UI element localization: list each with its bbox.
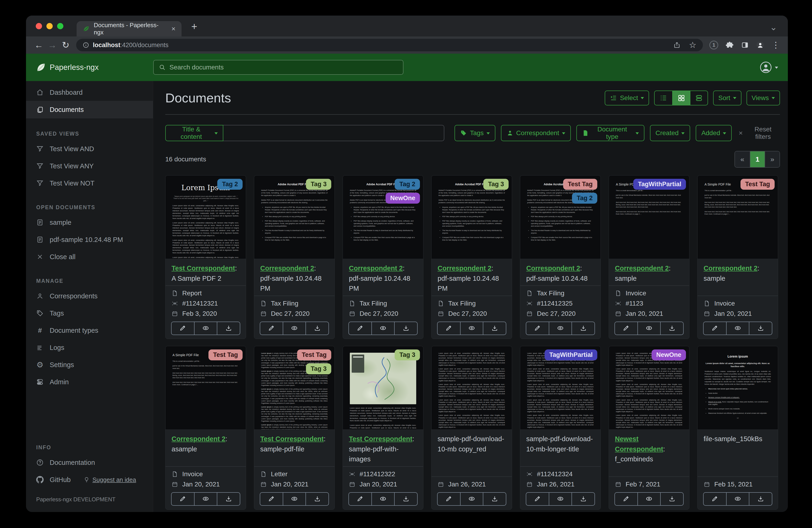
edit-button[interactable] bbox=[526, 322, 549, 334]
correspondent-link[interactable]: Newest Correspondent bbox=[615, 435, 663, 453]
document-card[interactable]: Lorem ipsum dolor sit amet, consectetur … bbox=[520, 346, 601, 510]
document-card[interactable]: Adobe Acrobat PDF FilesAdobe® Portable D… bbox=[343, 175, 423, 339]
page-1-button[interactable]: 1 bbox=[750, 152, 765, 167]
document-thumbnail[interactable]: Adobe Acrobat PDF FilesAdobe® Portable D… bbox=[520, 175, 600, 259]
tag-badge[interactable]: TagWithPartial bbox=[633, 179, 686, 190]
preview-button[interactable] bbox=[726, 322, 749, 334]
back-icon[interactable]: ← bbox=[32, 40, 45, 50]
tag-badge[interactable]: TagWithPartial bbox=[545, 349, 597, 360]
preview-button[interactable] bbox=[283, 493, 306, 505]
sidebar-item-correspondents[interactable]: Correspondents bbox=[26, 287, 153, 305]
edit-button[interactable] bbox=[260, 493, 283, 505]
download-button[interactable] bbox=[660, 322, 683, 334]
sidebar-item-open-doc-sample[interactable]: sample bbox=[26, 214, 153, 231]
preview-button[interactable] bbox=[726, 493, 749, 505]
sidebar-item-settings[interactable]: ⚙ Settings bbox=[26, 356, 153, 373]
tag-badge[interactable]: Tag 3 bbox=[306, 179, 331, 190]
sidebar-item-tags[interactable]: Tags bbox=[26, 305, 153, 322]
sidebar-item-github[interactable]: GitHub Suggest an idea bbox=[26, 471, 153, 488]
edit-button[interactable] bbox=[438, 493, 460, 505]
preview-button[interactable] bbox=[549, 322, 572, 334]
sidebar-item-test-view-and[interactable]: Test View AND bbox=[26, 140, 153, 157]
app-brand[interactable]: Paperless-ngx bbox=[36, 62, 99, 72]
document-card[interactable]: Adobe Acrobat PDF FilesAdobe® Portable D… bbox=[254, 175, 335, 339]
side-panel-icon[interactable] bbox=[741, 41, 749, 49]
document-card[interactable]: A Simple PDF FileThis is a small demonst… bbox=[165, 346, 246, 510]
correspondent-filter-button[interactable]: Correspondent bbox=[501, 125, 571, 141]
preview-button[interactable] bbox=[372, 493, 394, 505]
preview-button[interactable] bbox=[549, 493, 572, 505]
tag-badge[interactable]: Tag 3 bbox=[395, 349, 420, 360]
tag-badge[interactable]: NewOne bbox=[652, 349, 686, 360]
download-button[interactable] bbox=[217, 493, 240, 505]
sidebar-item-test-view-not[interactable]: Test View NOT bbox=[26, 175, 153, 192]
document-type-filter-button[interactable]: Document type bbox=[576, 125, 644, 141]
document-thumbnail[interactable]: Adobe Acrobat PDF FilesAdobe® Portable D… bbox=[254, 175, 334, 259]
previous-page-button[interactable]: « bbox=[735, 152, 750, 167]
browser-profile-avatar[interactable] bbox=[756, 41, 764, 49]
download-button[interactable] bbox=[749, 493, 772, 505]
correspondent-link[interactable]: Test Correspondent bbox=[172, 265, 235, 272]
preview-button[interactable] bbox=[460, 322, 483, 334]
suggest-an-idea-link[interactable]: Suggest an idea bbox=[84, 476, 136, 483]
forward-icon[interactable]: → bbox=[45, 40, 59, 50]
correspondent-link[interactable]: Test Correspondent bbox=[260, 435, 323, 443]
sidebar-item-open-doc-pdf-sample[interactable]: pdf-sample 10.24.48 PM bbox=[26, 231, 153, 248]
grid-view-button[interactable] bbox=[672, 91, 690, 105]
preview-button[interactable] bbox=[637, 322, 661, 334]
document-card[interactable]: Lorem ipsum dolor sit amet, consectetur … bbox=[343, 346, 423, 510]
filter-field-dropdown[interactable]: Title & content bbox=[165, 125, 223, 141]
address-bar[interactable]: localhost:4200/documents ☆ bbox=[76, 39, 703, 51]
document-thumbnail[interactable]: A Simple PDF FileThis is a small demonst… bbox=[165, 346, 246, 429]
preview-button[interactable] bbox=[194, 322, 217, 334]
correspondent-link[interactable]: Test Correspondent bbox=[349, 435, 412, 443]
document-thumbnail[interactable]: Lorem Ipsum"Neque porro quisquam est qui… bbox=[165, 175, 246, 259]
select-button[interactable]: Select bbox=[605, 90, 649, 105]
correspondent-link[interactable]: Correspondent 2 bbox=[526, 265, 580, 272]
tag-badge[interactable]: Test Tag bbox=[208, 349, 243, 360]
correspondent-link[interactable]: Correspondent 2 bbox=[260, 265, 314, 272]
reset-filters-button[interactable]: × Reset filters bbox=[739, 126, 780, 141]
edit-button[interactable] bbox=[615, 322, 637, 334]
detail-view-button[interactable] bbox=[690, 91, 708, 105]
preview-button[interactable] bbox=[283, 322, 306, 334]
tab-search-chevron-icon[interactable]: ⌄ bbox=[770, 22, 777, 32]
download-button[interactable] bbox=[217, 322, 240, 334]
sidebar-item-logs[interactable]: Logs bbox=[26, 339, 153, 356]
tag-badge[interactable]: Tag 2 bbox=[217, 179, 243, 190]
edit-button[interactable] bbox=[704, 493, 726, 505]
correspondent-link[interactable]: Correspondent 2 bbox=[172, 435, 226, 443]
sidebar-item-documentation[interactable]: Documentation bbox=[26, 454, 153, 471]
tag-badge[interactable]: Tag 3 bbox=[306, 363, 331, 374]
views-button[interactable]: Views bbox=[746, 90, 780, 105]
download-button[interactable] bbox=[571, 322, 594, 334]
document-thumbnail[interactable]: Lorem ipsum dolor sit amet, consectetur … bbox=[343, 346, 423, 429]
new-tab-icon[interactable]: + bbox=[191, 21, 197, 32]
list-view-button[interactable] bbox=[655, 91, 672, 105]
download-button[interactable] bbox=[305, 322, 329, 334]
tag-badge[interactable]: Test Tag bbox=[297, 349, 331, 360]
sidebar-item-test-view-any[interactable]: Test View ANY bbox=[26, 157, 153, 175]
document-card[interactable]: Adobe Acrobat PDF FilesAdobe® Portable D… bbox=[431, 175, 512, 339]
download-button[interactable] bbox=[483, 322, 506, 334]
download-button[interactable] bbox=[660, 493, 683, 505]
document-thumbnail[interactable]: A Simple PDF FileThis is a small demonst… bbox=[698, 175, 778, 259]
document-card[interactable]: A Simple PDF FileThis is a small demonst… bbox=[697, 175, 778, 339]
preview-button[interactable] bbox=[460, 493, 483, 505]
created-filter-button[interactable]: Created bbox=[650, 125, 690, 141]
preview-button[interactable] bbox=[637, 493, 661, 505]
sidebar-item-documents[interactable]: Documents bbox=[26, 101, 153, 118]
document-thumbnail[interactable]: A Simple PDF FileThis is a small demonst… bbox=[609, 175, 689, 259]
close-window-button[interactable] bbox=[36, 23, 42, 29]
edit-button[interactable] bbox=[172, 493, 194, 505]
close-tab-icon[interactable]: × bbox=[171, 25, 175, 33]
minimize-window-button[interactable] bbox=[46, 23, 53, 29]
title-content-input[interactable] bbox=[223, 125, 445, 141]
browser-tab[interactable]: Documents - Paperless-ngx × bbox=[77, 21, 182, 37]
zoom-window-button[interactable] bbox=[57, 23, 63, 29]
search-input[interactable] bbox=[170, 63, 398, 71]
document-thumbnail[interactable]: Lorem ipsum dolor sit amet, consectetur … bbox=[609, 346, 689, 429]
sidebar-item-document-types[interactable]: # Document types bbox=[26, 322, 153, 339]
document-thumbnail[interactable]: Adobe Acrobat PDF FilesAdobe® Portable D… bbox=[343, 175, 423, 259]
tag-badge[interactable]: Tag 3 bbox=[483, 179, 509, 190]
